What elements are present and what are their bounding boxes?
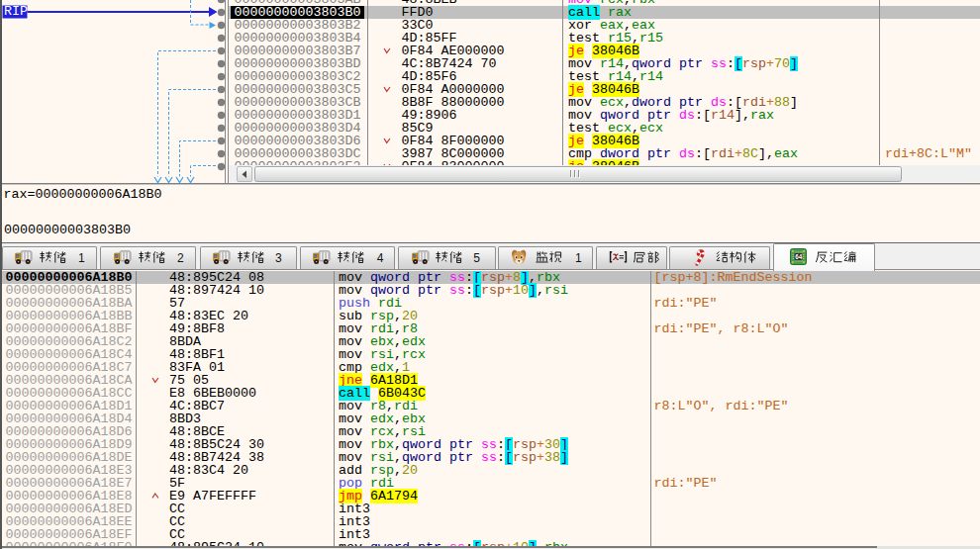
svg-text:64: 64 — [795, 252, 803, 259]
svg-text:RIP: RIP — [4, 4, 28, 19]
